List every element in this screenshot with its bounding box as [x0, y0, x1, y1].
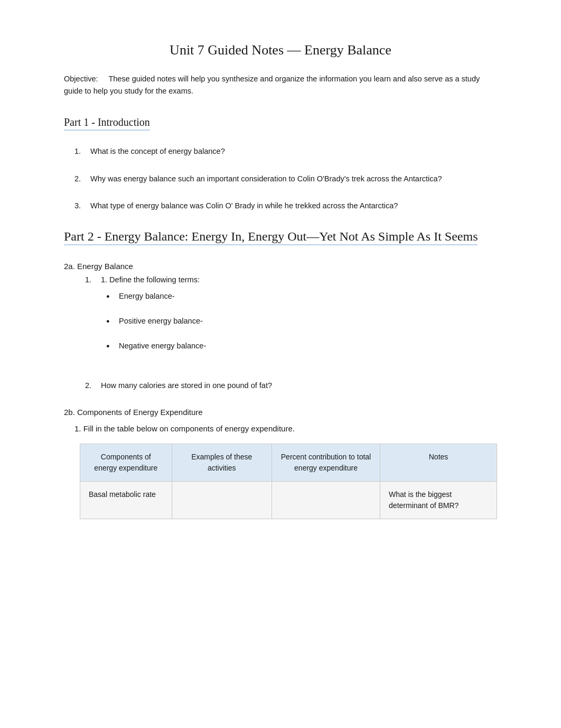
col-header-examples: Examples of these activities	[172, 444, 272, 482]
question-1: What is the concept of energy balance?	[90, 145, 497, 158]
define-terms-list: 1. Define the following terms: Energy ba…	[74, 274, 497, 392]
document-title: Unit 7 Guided Notes — Energy Balance	[64, 42, 497, 58]
term-negative-balance: Negative energy balance-	[119, 340, 206, 352]
define-terms-label: 1. Define the following terms: Energy ba…	[101, 274, 497, 365]
question-3: What type of energy balance was Colin O'…	[90, 200, 497, 212]
list-item: How many calories are stored in one poun…	[85, 380, 497, 392]
cell-notes: What is the biggest determinant of BMR?	[380, 482, 497, 519]
section-2b-content: 1. Fill in the table below on components…	[64, 424, 497, 519]
cell-component: Basal metabolic rate	[80, 482, 172, 519]
document-page: Unit 7 Guided Notes — Energy Balance Obj…	[53, 0, 508, 561]
list-item: Negative energy balance-	[106, 340, 497, 352]
table-row: Basal metabolic rate What is the biggest…	[80, 482, 497, 519]
energy-expenditure-table: Components of energy expenditure Example…	[80, 444, 497, 519]
section-2a: 2a. Energy Balance 1. Define the followi…	[64, 262, 497, 392]
section-2a-content: 1. Define the following terms: Energy ba…	[64, 274, 497, 392]
col-header-percent: Percent contribution to total energy exp…	[272, 444, 380, 482]
objective-label: Objective:	[64, 75, 98, 83]
objective-text: These guided notes will help you synthes…	[64, 75, 480, 95]
part2-section: Part 2 - Energy Balance: Energy In, Ener…	[64, 228, 497, 246]
energy-expenditure-table-wrapper: Components of energy expenditure Example…	[80, 444, 497, 519]
list-item: 1. Define the following terms: Energy ba…	[85, 274, 497, 365]
list-item: What type of energy balance was Colin O'…	[74, 200, 497, 212]
col-header-components: Components of energy expenditure	[80, 444, 172, 482]
term-energy-balance: Energy balance-	[119, 290, 175, 302]
objective-paragraph: Objective: These guided notes will help …	[64, 73, 497, 97]
part1-heading: Part 1 - Introduction	[64, 116, 150, 131]
list-item: Why was energy balance such an important…	[74, 173, 497, 185]
section-2a-label: 2a. Energy Balance	[64, 262, 497, 271]
table-instruction: 1. Fill in the table below on components…	[74, 424, 497, 433]
list-item: Positive energy balance-	[106, 315, 497, 327]
question-calories: How many calories are stored in one poun…	[101, 380, 497, 392]
table-header-row: Components of energy expenditure Example…	[80, 444, 497, 482]
part1-questions-list: What is the concept of energy balance? W…	[64, 145, 497, 212]
part1-section: Part 1 - Introduction	[64, 116, 497, 141]
term-positive-balance: Positive energy balance-	[119, 315, 203, 327]
terms-bullet-list: Energy balance- Positive energy balance-…	[101, 290, 497, 353]
col-header-notes: Notes	[380, 444, 497, 482]
list-item: What is the concept of energy balance?	[74, 145, 497, 158]
list-item: Energy balance-	[106, 290, 497, 302]
section-2b: 2b. Components of Energy Expenditure 1. …	[64, 408, 497, 519]
question-2: Why was energy balance such an important…	[90, 173, 497, 185]
section-2b-label: 2b. Components of Energy Expenditure	[64, 408, 497, 417]
part2-heading: Part 2 - Energy Balance: Energy In, Ener…	[64, 229, 478, 245]
cell-percent	[272, 482, 380, 519]
cell-examples	[172, 482, 272, 519]
